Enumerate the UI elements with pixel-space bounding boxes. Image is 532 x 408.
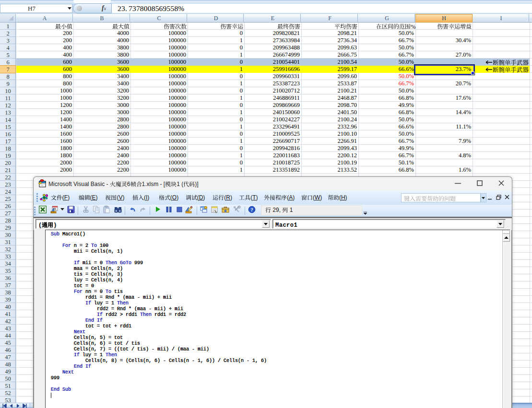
svg-text:?: ? — [250, 207, 253, 212]
